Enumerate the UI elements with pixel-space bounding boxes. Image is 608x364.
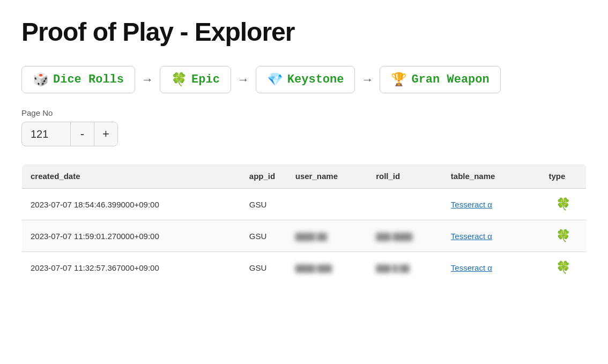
tab-epic[interactable]: 🍀Epic [160,66,231,93]
cell-roll-id: ███ █ ██ [367,252,442,284]
cell-app-id: GSU [241,189,287,220]
cell-type: 🍀 [540,220,587,252]
cell-app-id: GSU [241,252,287,284]
th-app-id: app_id [241,164,287,189]
page-number-box: 121 - + [21,122,118,146]
nav-arrow: → [359,73,375,87]
cell-created-date: 2023-07-07 11:59:01.270000+09:00 [22,220,241,252]
header-row: created_date app_id user_name roll_id ta… [22,164,587,189]
cell-roll-id [367,189,442,220]
dice-rolls-icon: 🎲 [33,72,49,87]
cell-app-id: GSU [241,220,287,252]
tab-keystone[interactable]: 💎Keystone [256,66,355,93]
th-type: type [540,164,587,189]
increment-button[interactable]: + [94,122,117,146]
cell-user-name: ████ ██ [287,220,367,252]
th-table-name: table_name [442,164,540,189]
epic-icon: 🍀 [171,72,187,87]
table-row: 2023-07-07 18:54:46.399000+09:00GSUTesse… [22,189,587,220]
table-row: 2023-07-07 11:59:01.270000+09:00GSU████ … [22,220,587,252]
blurred-rollid: ███ ████ [376,233,412,241]
table-name-link[interactable]: Tesseract α [451,232,492,241]
keystone-label: Keystone [287,73,344,86]
blurred-rollid: ███ █ ██ [376,264,410,272]
nav-tabs: 🎲Dice Rolls→🍀Epic→💎Keystone→🏆Gran Weapon [21,66,587,93]
cell-created-date: 2023-07-07 11:32:57.367000+09:00 [22,252,241,284]
table-name-link[interactable]: Tesseract α [451,263,492,272]
data-table: created_date app_id user_name roll_id ta… [21,164,587,284]
blurred-username: ████ ██ [295,233,327,241]
epic-label: Epic [191,73,220,86]
cell-type: 🍀 [540,252,587,284]
tab-gran-weapon[interactable]: 🏆Gran Weapon [380,66,500,93]
cell-table-name[interactable]: Tesseract α [442,252,540,284]
th-created-date: created_date [22,164,241,189]
page-number-value: 121 [22,123,70,146]
page-no-label: Page No [21,108,587,117]
gran-weapon-icon: 🏆 [391,72,407,87]
table-row: 2023-07-07 11:32:57.367000+09:00GSU████ … [22,252,587,284]
table-header: created_date app_id user_name roll_id ta… [22,164,587,189]
cell-user-name: ████ ███ [287,252,367,284]
tab-dice-rolls[interactable]: 🎲Dice Rolls [21,66,135,93]
decrement-button[interactable]: - [70,122,94,146]
gran-weapon-label: Gran Weapon [411,73,489,86]
cell-type: 🍀 [540,189,587,220]
cell-table-name[interactable]: Tesseract α [442,220,540,252]
cell-user-name [287,189,367,220]
blurred-username: ████ ███ [295,264,332,272]
page-title: Proof of Play - Explorer [21,17,587,47]
nav-arrow: → [139,73,155,87]
th-roll-id: roll_id [367,164,442,189]
th-user-name: user_name [287,164,367,189]
cell-roll-id: ███ ████ [367,220,442,252]
page-control: Page No 121 - + [21,108,587,146]
table-body: 2023-07-07 18:54:46.399000+09:00GSUTesse… [22,189,587,284]
dice-rolls-label: Dice Rolls [53,73,124,86]
table-name-link[interactable]: Tesseract α [451,200,492,209]
cell-created-date: 2023-07-07 18:54:46.399000+09:00 [22,189,241,220]
keystone-icon: 💎 [267,72,283,87]
nav-arrow: → [235,73,251,87]
cell-table-name[interactable]: Tesseract α [442,189,540,220]
